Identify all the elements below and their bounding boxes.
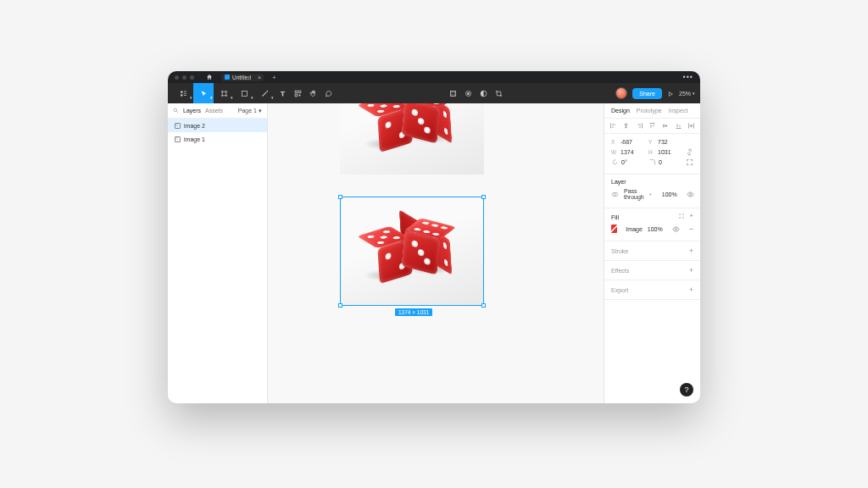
new-tab-button[interactable]: + xyxy=(272,74,276,81)
align-left-icon[interactable] xyxy=(609,122,617,130)
add-effect-button[interactable]: + xyxy=(689,266,693,274)
visibility-icon[interactable] xyxy=(672,225,680,233)
tab-design[interactable]: Design xyxy=(611,108,630,114)
svg-point-16 xyxy=(680,214,681,214)
remove-fill-button[interactable]: − xyxy=(689,225,693,233)
align-top-icon[interactable] xyxy=(648,122,656,130)
rotation-icon xyxy=(611,158,619,166)
fill-opacity[interactable]: 100% xyxy=(648,226,663,232)
inspector-tabs: Design Prototype Inspect xyxy=(604,103,700,119)
tab-title: Untitled xyxy=(232,75,251,80)
close-tab-icon[interactable]: × xyxy=(258,75,261,80)
svg-point-7 xyxy=(451,94,452,95)
doc-icon xyxy=(225,75,230,80)
traffic-lights[interactable] xyxy=(175,75,194,80)
align-bottom-icon[interactable] xyxy=(675,122,682,130)
distribute-icon[interactable] xyxy=(687,122,695,130)
home-icon[interactable] xyxy=(206,74,213,81)
svg-point-18 xyxy=(680,217,681,218)
layer-section: Layer Pass through ▾ 100% xyxy=(604,175,700,208)
layer-name: image 2 xyxy=(184,123,205,129)
chevron-down-icon: ▾ xyxy=(649,191,652,197)
chevron-down-icon: ▾ xyxy=(693,91,695,96)
align-hcenter-icon[interactable] xyxy=(622,122,630,130)
page-selector[interactable]: Page 1 ▾ xyxy=(238,108,262,114)
text-tool[interactable] xyxy=(275,83,290,103)
canvas[interactable]: 1374 × 1031 xyxy=(268,103,604,403)
x-value[interactable]: -687 xyxy=(620,139,632,145)
present-button[interactable] xyxy=(667,86,674,101)
frame-tool[interactable]: ▾ xyxy=(214,83,234,103)
pen-tool[interactable]: ▾ xyxy=(254,83,275,103)
w-value[interactable]: 1374 xyxy=(620,149,634,155)
fill-style-icon[interactable] xyxy=(678,213,685,221)
layer-opacity[interactable]: 100% xyxy=(662,191,677,197)
inspector-panel: Design Prototype Inspect X-687 Y732 xyxy=(604,103,700,403)
file-tab[interactable]: Untitled × xyxy=(221,74,264,81)
resize-handle[interactable] xyxy=(481,195,486,199)
canvas-image[interactable] xyxy=(340,103,484,175)
independent-corners-icon[interactable] xyxy=(686,158,693,166)
svg-rect-4 xyxy=(450,91,455,96)
left-panel-header: Layers Assets Page 1 ▾ xyxy=(168,103,267,119)
mask-tool[interactable] xyxy=(460,83,476,103)
selection-outline[interactable] xyxy=(340,197,484,306)
component-tool[interactable] xyxy=(445,83,460,103)
user-avatar[interactable] xyxy=(615,87,627,99)
stroke-section[interactable]: Stroke + xyxy=(604,241,700,261)
assets-tab[interactable]: Assets xyxy=(205,108,223,114)
svg-point-20 xyxy=(675,228,676,230)
y-value[interactable]: 732 xyxy=(658,139,668,145)
layer-row[interactable]: image 2 xyxy=(168,119,267,132)
fill-swatch[interactable] xyxy=(611,225,617,233)
svg-rect-1 xyxy=(295,91,298,93)
crop-tool[interactable] xyxy=(491,83,506,103)
svg-point-6 xyxy=(453,92,454,92)
move-tool[interactable]: ▾ xyxy=(193,83,214,103)
align-vcenter-icon[interactable] xyxy=(661,122,669,130)
share-button[interactable]: Share xyxy=(632,88,662,99)
fill-type[interactable]: Image xyxy=(626,226,642,232)
app-window: Untitled × + ••• ▾ ▾ ▾ ▾ ▾ xyxy=(168,71,700,403)
svg-point-5 xyxy=(451,92,452,92)
layers-tab[interactable]: Layers xyxy=(183,108,201,114)
tab-prototype[interactable]: Prototype xyxy=(637,108,662,114)
corner-radius-icon xyxy=(648,158,656,166)
add-export-button[interactable]: + xyxy=(689,286,693,294)
main-area: Layers Assets Page 1 ▾ image 2 image 1 xyxy=(168,103,700,403)
layer-row[interactable]: image 1 xyxy=(168,132,267,146)
resize-handle[interactable] xyxy=(338,195,342,199)
corner-value[interactable]: 0 xyxy=(659,159,662,165)
transform-section: X-687 Y732 W1374 H1031 0° 0 xyxy=(604,134,700,175)
section-title: Fill xyxy=(611,214,619,220)
export-section[interactable]: Export + xyxy=(604,280,700,300)
hand-tool[interactable] xyxy=(305,83,320,103)
selection-dimensions-badge: 1374 × 1031 xyxy=(395,308,432,316)
effects-section[interactable]: Effects + xyxy=(604,261,700,280)
window-menu-icon[interactable]: ••• xyxy=(683,73,693,81)
main-menu-button[interactable]: ▾ xyxy=(173,83,193,103)
zoom-control[interactable]: 25% ▾ xyxy=(679,91,695,97)
shape-tool[interactable]: ▾ xyxy=(234,83,254,103)
layer-name: image 1 xyxy=(184,136,205,142)
add-stroke-button[interactable]: + xyxy=(689,247,693,255)
h-value[interactable]: 1031 xyxy=(658,149,671,155)
search-icon[interactable] xyxy=(173,108,179,114)
resources-tool[interactable] xyxy=(290,83,305,103)
svg-point-10 xyxy=(467,92,469,94)
help-button[interactable]: ? xyxy=(680,383,693,396)
tab-inspect[interactable]: Inspect xyxy=(669,108,688,114)
rotation-value[interactable]: 0° xyxy=(621,159,627,165)
blend-mode[interactable]: Pass through xyxy=(624,188,644,200)
svg-rect-3 xyxy=(295,94,298,97)
left-panel: Layers Assets Page 1 ▾ image 2 image 1 xyxy=(168,103,268,403)
comment-tool[interactable] xyxy=(320,83,336,103)
constrain-proportions-icon[interactable] xyxy=(686,148,693,156)
resize-handle[interactable] xyxy=(338,303,342,308)
add-fill-button[interactable]: + xyxy=(689,213,693,221)
image-layer-icon xyxy=(175,123,181,129)
resize-handle[interactable] xyxy=(481,303,486,308)
boolean-tool[interactable] xyxy=(476,83,491,103)
visibility-icon[interactable] xyxy=(687,191,694,198)
align-right-icon[interactable] xyxy=(636,122,643,130)
